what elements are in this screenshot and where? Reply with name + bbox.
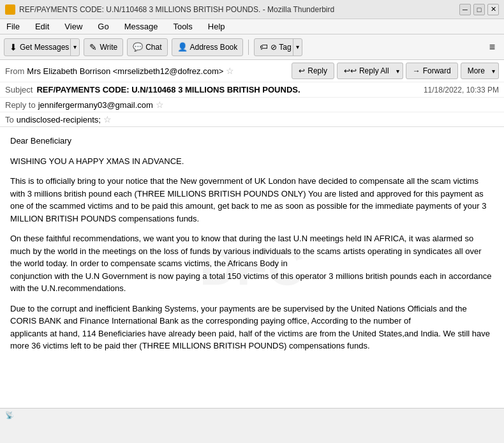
chat-label: Chat <box>145 43 161 52</box>
to-star-icon[interactable]: ☆ <box>103 114 112 124</box>
email-header: From Mrs Elizabeth Borrison <mrselizbeth… <box>0 60 504 127</box>
body-paragraph-4: On these faithful recommendations, we wa… <box>10 232 494 295</box>
forward-icon: → <box>413 66 420 75</box>
status-icon: 📡 <box>5 411 14 419</box>
email-date: 11/18/2022, 10:33 PM <box>424 86 499 94</box>
menu-file[interactable]: File <box>4 20 22 33</box>
to-label: To <box>5 115 14 124</box>
get-messages-dropdown[interactable]: ▾ <box>70 38 80 56</box>
subject-label: Subject <box>5 85 33 94</box>
from-star-icon[interactable]: ☆ <box>226 66 234 76</box>
toolbar: ⬇ Get Messages ▾ ✎ Write 💬 Chat 👤 Addres… <box>0 34 504 60</box>
forward-label: Forward <box>423 66 451 75</box>
get-messages-icon: ⬇ <box>10 42 17 52</box>
from-row: From Mrs Elizabeth Borrison <mrselizbeth… <box>0 60 504 82</box>
to-address: undisclosed-recipients; <box>17 115 101 124</box>
reply-to-address: jennifergermany03@gmail.com <box>38 100 153 110</box>
reply-label: Reply <box>308 66 327 75</box>
reply-to-row: Reply to jennifergermany03@gmail.com ☆ <box>0 98 504 112</box>
body-paragraph-1: Dear Beneficiary <box>10 135 494 147</box>
minimize-button[interactable]: ─ <box>459 4 471 15</box>
menu-message[interactable]: Message <box>122 20 161 33</box>
write-label: Write <box>100 43 117 52</box>
subject-text: REF/PAYMENTS CODE: U.N/110468 3 MILLIONS… <box>36 85 300 94</box>
get-messages-button[interactable]: ⬇ Get Messages <box>4 38 75 56</box>
reply-all-icon: ↩↩ <box>344 66 357 75</box>
reply-to-star-icon[interactable]: ☆ <box>156 100 164 110</box>
write-button[interactable]: ✎ Write <box>84 38 123 56</box>
reply-all-label: Reply All <box>359 66 389 75</box>
more-label: More <box>468 66 485 75</box>
status-bar: 📡 <box>0 408 504 422</box>
menu-view[interactable]: View <box>62 20 85 33</box>
reply-to-label: Reply to <box>5 100 36 110</box>
chat-icon: 💬 <box>133 42 143 52</box>
body-paragraph-2: WISHING YOU A HAPPY XMAS IN ADVANCE. <box>10 155 494 168</box>
maximize-button[interactable]: □ <box>473 4 485 15</box>
to-row: To undisclosed-recipients; ☆ <box>0 112 504 126</box>
window-title: REF/PAYMENTS CODE: U.N/110468 3 MILLIONS… <box>19 5 334 14</box>
tag-icon: 🏷 <box>260 42 268 52</box>
body-paragraph-3: This is to officially bring to your noti… <box>10 175 494 225</box>
menu-help[interactable]: Help <box>205 20 228 33</box>
action-buttons: ↩ Reply ↩↩ Reply All ▾ → Forward More ▾ <box>292 63 499 79</box>
menu-bar: File Edit View Go Message Tools Help <box>0 19 504 34</box>
from-address: Mrs Elizabeth Borrison <mrselizbeth12@do… <box>27 66 223 76</box>
get-messages-label: Get Messages <box>20 43 69 52</box>
tag-button[interactable]: 🏷 ⊘ Tag <box>254 38 297 56</box>
menu-go[interactable]: Go <box>95 20 111 33</box>
reply-button[interactable]: ↩ Reply <box>292 63 334 79</box>
reply-icon: ↩ <box>299 66 305 75</box>
app-icon <box>5 4 15 15</box>
close-button[interactable]: ✕ <box>487 4 499 15</box>
address-book-icon: 👤 <box>177 42 188 52</box>
hamburger-menu[interactable]: ≡ <box>484 40 500 55</box>
more-dropdown[interactable]: ▾ <box>489 63 499 79</box>
chat-button[interactable]: 💬 Chat <box>127 38 167 56</box>
reply-all-dropdown[interactable]: ▾ <box>393 63 403 79</box>
toolbar-separator <box>248 40 249 55</box>
title-bar: REF/PAYMENTS CODE: U.N/110468 3 MILLIONS… <box>0 0 504 19</box>
email-body: DFC Dear Beneficiary WISHING YOU A HAPPY… <box>0 127 504 408</box>
address-book-label: Address Book <box>190 43 238 52</box>
from-label: From <box>5 66 24 76</box>
menu-tools[interactable]: Tools <box>170 20 195 33</box>
forward-button[interactable]: → Forward <box>406 63 458 79</box>
write-icon: ✎ <box>89 42 97 52</box>
menu-edit[interactable]: Edit <box>33 20 52 33</box>
body-paragraph-5: Due to the corrupt and inefficient Banki… <box>10 303 494 352</box>
more-button[interactable]: More <box>461 63 492 79</box>
tag-label: ⊘ Tag <box>271 43 291 52</box>
subject-row: Subject REF/PAYMENTS CODE: U.N/110468 3 … <box>0 82 504 98</box>
tag-dropdown[interactable]: ▾ <box>293 38 302 56</box>
address-book-button[interactable]: 👤 Address Book <box>172 38 244 56</box>
reply-all-button[interactable]: ↩↩ Reply All <box>337 63 396 79</box>
